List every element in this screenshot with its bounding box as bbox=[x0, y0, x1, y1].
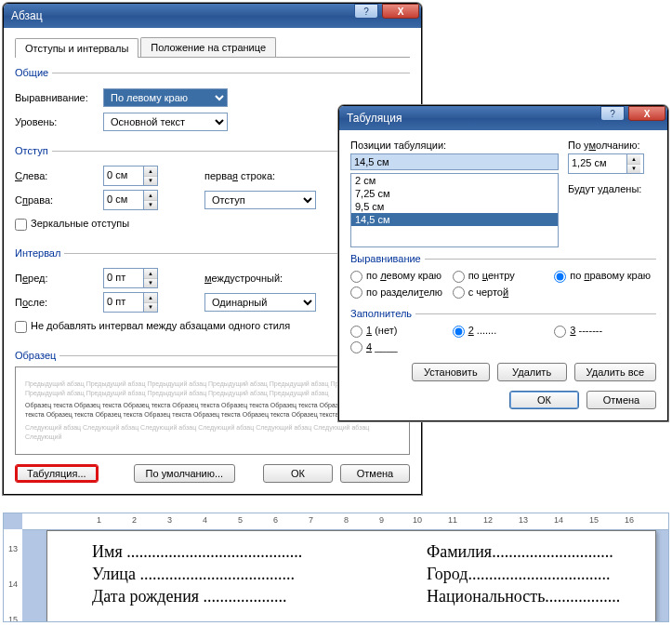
tab-position[interactable]: Положение на странице bbox=[140, 37, 276, 57]
label-right: Справа: bbox=[15, 194, 103, 206]
label-line: междустрочный: bbox=[204, 273, 316, 284]
align-center-radio[interactable]: по центру bbox=[453, 270, 555, 283]
down-icon[interactable]: ▼ bbox=[144, 176, 157, 186]
list-item[interactable]: 14,5 см bbox=[351, 213, 558, 226]
defaults-button[interactable]: По умолчанию... bbox=[134, 464, 236, 483]
up-icon[interactable]: ▲ bbox=[144, 166, 157, 176]
help-icon: ? bbox=[610, 109, 615, 119]
left-spinner[interactable]: ▲▼ bbox=[103, 166, 158, 186]
mirror-checkbox-label[interactable]: Зеркальные отступы bbox=[15, 218, 129, 231]
legend-alignment: Выравнивание bbox=[350, 253, 425, 264]
titlebar-paragraph[interactable]: Абзац ? X bbox=[4, 4, 421, 28]
level-dropdown[interactable]: Основной текст bbox=[103, 113, 228, 131]
legend-sample: Образец bbox=[15, 350, 59, 361]
right-spinner[interactable]: ▲▼ bbox=[103, 190, 158, 210]
left-input[interactable] bbox=[104, 166, 143, 183]
label-after: После: bbox=[15, 297, 103, 308]
set-button[interactable]: Установить bbox=[412, 363, 490, 381]
sample-next: Следующий абзац Следующий абзац Следующи… bbox=[25, 423, 400, 442]
align-bar-radio[interactable]: с чертой bbox=[453, 286, 555, 300]
align-right-radio[interactable]: по правому краю bbox=[554, 270, 656, 283]
vertical-ruler: 13 14 15 bbox=[4, 529, 23, 621]
leader-dashes-radio[interactable]: 3 ------- bbox=[554, 325, 656, 338]
cancel-button[interactable]: Отмена bbox=[586, 391, 656, 409]
list-item[interactable]: 7,25 см bbox=[351, 187, 558, 200]
text-street: Улица ..................................… bbox=[92, 565, 295, 584]
after-spinner[interactable]: ▲▼ bbox=[103, 292, 158, 313]
page[interactable]: Имя ....................................… bbox=[46, 530, 656, 622]
down-icon[interactable]: ▼ bbox=[144, 200, 157, 210]
leader-under-radio[interactable]: 4 ____ bbox=[350, 341, 453, 354]
down-icon[interactable]: ▼ bbox=[627, 164, 640, 174]
mirror-checkbox[interactable] bbox=[15, 219, 27, 231]
before-input[interactable] bbox=[104, 269, 143, 286]
leader-dots-radio[interactable]: 2 ....... bbox=[453, 325, 555, 338]
label-level: Уровень: bbox=[15, 116, 103, 127]
title-tabs: Табуляция bbox=[347, 112, 599, 125]
right-input[interactable] bbox=[104, 191, 143, 207]
up-icon[interactable]: ▲ bbox=[144, 269, 157, 278]
help-button[interactable]: ? bbox=[600, 106, 625, 121]
align-left-radio[interactable]: по левому краю bbox=[350, 270, 453, 283]
down-icon[interactable]: ▼ bbox=[144, 302, 157, 313]
default-input[interactable] bbox=[569, 154, 626, 171]
legend-leader: Заполнитель bbox=[350, 308, 415, 319]
list-item[interactable]: 2 см bbox=[351, 174, 558, 187]
samestyle-checkbox[interactable] bbox=[15, 321, 27, 333]
firstline-dropdown[interactable]: Отступ bbox=[204, 191, 316, 209]
alignment-dropdown[interactable]: По левому краю bbox=[103, 88, 228, 107]
text-city: Город.................................. bbox=[427, 565, 610, 584]
legend-general: Общие bbox=[15, 67, 52, 78]
label-willdelete: Будут удалены: bbox=[568, 183, 656, 194]
close-icon: X bbox=[644, 109, 651, 119]
label-alignment: Выравнивание: bbox=[15, 92, 103, 103]
down-icon[interactable]: ▼ bbox=[144, 278, 157, 288]
text-surname: Фамилия............................. bbox=[427, 542, 613, 562]
close-button[interactable]: X bbox=[382, 4, 419, 19]
up-icon[interactable]: ▲ bbox=[144, 191, 157, 200]
horizontal-ruler: 12345678910111213141516 bbox=[22, 513, 668, 530]
legend-spacing: Интервал bbox=[15, 247, 64, 259]
label-positions: Позиции табуляции: bbox=[350, 140, 559, 151]
position-input[interactable] bbox=[350, 153, 559, 170]
up-icon[interactable]: ▲ bbox=[144, 293, 157, 302]
before-spinner[interactable]: ▲▼ bbox=[103, 268, 158, 288]
titlebar-tabs[interactable]: Табуляция ? X bbox=[339, 106, 667, 130]
group-alignment: Выравнивание по левому краю по центру по… bbox=[350, 253, 656, 299]
default-spinner[interactable]: ▲▼ bbox=[568, 153, 644, 174]
align-decimal-radio[interactable]: по разделителю bbox=[350, 286, 453, 300]
clear-all-button[interactable]: Удалить все bbox=[574, 363, 656, 381]
cancel-button[interactable]: Отмена bbox=[340, 464, 410, 483]
leader-none-radio[interactable]: 1 (нет) bbox=[350, 325, 453, 338]
tab-indents[interactable]: Отступы и интервалы bbox=[15, 38, 138, 58]
ok-button[interactable]: ОК bbox=[263, 464, 333, 483]
line-dropdown[interactable]: Одинарный bbox=[204, 293, 316, 312]
label-firstline: первая строка: bbox=[204, 170, 316, 181]
samestyle-checkbox-label[interactable]: Не добавлять интервал между абзацами одн… bbox=[15, 320, 290, 333]
label-before: Перед: bbox=[15, 273, 103, 284]
close-icon: X bbox=[398, 7, 404, 17]
label-left: Слева: bbox=[15, 170, 103, 181]
tabs: Отступы и интервалы Положение на страниц… bbox=[15, 37, 410, 58]
help-icon: ? bbox=[363, 7, 369, 17]
document-area: 13 14 15 12345678910111213141516 Имя ...… bbox=[3, 513, 669, 622]
after-input[interactable] bbox=[104, 293, 143, 310]
tabs-dialog: Табуляция ? X Позиции табуляции: 2 см 7,… bbox=[338, 105, 668, 421]
group-leader: Заполнитель 1 (нет) 2 ....... 3 ------- … bbox=[350, 308, 656, 353]
list-item[interactable]: 9,5 см bbox=[351, 200, 558, 213]
positions-listbox[interactable]: 2 см 7,25 см 9,5 см 14,5 см bbox=[350, 173, 559, 247]
ok-button[interactable]: ОК bbox=[509, 391, 579, 409]
legend-indent: Отступ bbox=[15, 145, 52, 156]
help-button[interactable]: ? bbox=[354, 4, 378, 19]
tabs-button[interactable]: Табуляция... bbox=[15, 464, 99, 483]
text-dob: Дата рождения .................... bbox=[92, 587, 287, 606]
label-default: По умолчанию: bbox=[568, 140, 656, 151]
title-paragraph: Абзац bbox=[11, 9, 352, 22]
text-nationality: Национальность.................. bbox=[427, 587, 620, 606]
close-button[interactable]: X bbox=[628, 106, 665, 121]
clear-button[interactable]: Удалить bbox=[497, 363, 567, 381]
text-name: Имя ....................................… bbox=[92, 542, 302, 562]
up-icon[interactable]: ▲ bbox=[627, 154, 640, 164]
